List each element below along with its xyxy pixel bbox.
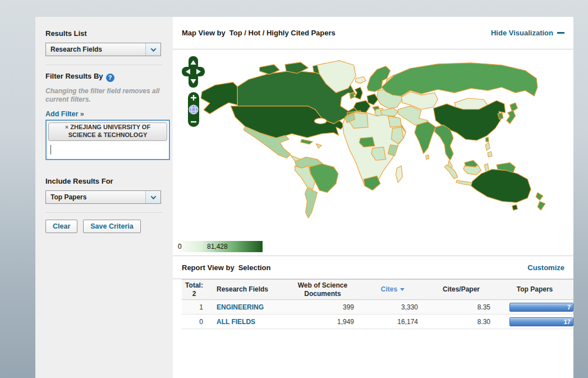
report-table: Total: 2 Research Fields Web of Science …	[182, 279, 573, 329]
top-papers-header: Top Papers	[496, 284, 573, 295]
report-view-title: Report View bySelection	[182, 263, 270, 272]
text-caret	[50, 145, 51, 154]
filter-input-box[interactable]: ×ZHEJIANG UNIVERSITY OF SCIENCE & TECHNO…	[45, 120, 170, 160]
wos-documents-value: 1,949	[286, 318, 359, 326]
table-row: 1 ENGINEERING 399 3,330 8.35 7	[182, 300, 573, 315]
clear-button[interactable]: Clear	[45, 220, 77, 233]
wos-documents-header: Web of Science Documents	[286, 280, 359, 299]
globe-icon	[189, 105, 198, 114]
research-fields-header: Research Fields	[206, 284, 286, 295]
cites-per-paper-value: 8.35	[426, 303, 496, 311]
top-papers-bar: 7	[509, 303, 573, 312]
scale-max-label: 81,428	[207, 243, 228, 251]
sidebar: Results List Research Fields Filter Resu…	[35, 17, 173, 378]
map-section-header: Map View byTop / Hot / Highly Cited Pape…	[173, 17, 573, 49]
main-panel: Map View byTop / Hot / Highly Cited Pape…	[173, 17, 573, 378]
hide-visualization-link[interactable]: Hide Visualization	[491, 29, 564, 37]
chevron-down-icon	[150, 46, 156, 52]
cites-value: 3,330	[359, 303, 426, 311]
customize-link[interactable]: Customize	[527, 263, 564, 272]
map-color-scale: 0 81,428	[176, 241, 263, 252]
total-header: Total: 2	[182, 280, 206, 299]
dropdown-arrow-zone[interactable]	[145, 43, 160, 56]
sidebar-divider	[45, 212, 163, 213]
add-filter-link[interactable]: Add Filter »	[45, 110, 84, 118]
report-section-header: Report View bySelection Customize	[173, 256, 573, 279]
chevron-down-icon	[150, 194, 156, 199]
wos-documents-value: 399	[286, 303, 359, 311]
research-field-link[interactable]: ALL FIELDS	[206, 318, 286, 326]
cites-value: 16,174	[359, 318, 426, 326]
dropdown-arrow-zone[interactable]	[145, 191, 160, 203]
results-list-heading: Results List	[45, 29, 163, 38]
scale-min-label: 0	[178, 243, 182, 251]
minus-icon	[557, 32, 564, 34]
cites-paper-header: Cites/Paper	[426, 284, 496, 295]
cites-header-sort[interactable]: Cites	[359, 284, 426, 295]
top-papers-bar: 17	[509, 317, 573, 326]
cites-per-paper-value: 8.30	[426, 318, 496, 326]
results-list-dropdown[interactable]: Research Fields	[45, 43, 161, 56]
filter-tag[interactable]: ×ZHEJIANG UNIVERSITY OF SCIENCE & TECHNO…	[48, 122, 167, 141]
research-field-link[interactable]: ENGINEERING	[206, 303, 286, 311]
help-icon[interactable]: ?	[106, 74, 114, 82]
filter-results-heading: Filter Results By?	[45, 72, 163, 82]
filter-note: Changing the filter field removes all cu…	[45, 87, 160, 104]
table-row: 0 ALL FIELDS 1,949 16,174 8.30 17	[182, 315, 573, 329]
map-controls[interactable]	[181, 55, 206, 130]
include-results-heading: Include Results For	[45, 177, 163, 185]
row-rank: 1	[182, 303, 206, 311]
remove-tag-icon[interactable]: ×	[65, 124, 68, 130]
include-results-dropdown[interactable]: Top Papers	[45, 190, 161, 204]
content-card: Results List Research Fields Filter Resu…	[35, 17, 573, 378]
sidebar-divider	[45, 65, 163, 65]
world-map[interactable]	[177, 56, 566, 225]
map-view-title: Map View byTop / Hot / Highly Cited Pape…	[182, 29, 336, 37]
table-header-row: Total: 2 Research Fields Web of Science …	[182, 279, 573, 300]
sort-desc-icon	[400, 288, 405, 291]
filter-tag-label: ZHEJIANG UNIVERSITY OF SCIENCE & TECHNOL…	[68, 124, 150, 138]
row-rank: 0	[182, 318, 206, 326]
results-list-value: Research Fields	[50, 45, 102, 53]
include-results-value: Top Papers	[50, 193, 86, 201]
save-criteria-button[interactable]: Save Criteria	[83, 220, 140, 233]
map-region: 0 81,428	[173, 49, 573, 256]
